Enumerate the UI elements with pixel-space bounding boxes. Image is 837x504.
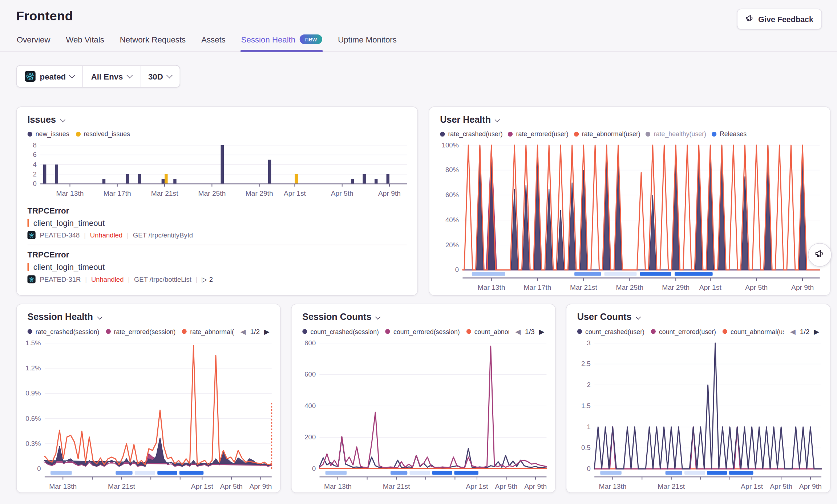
tab-web-vitals[interactable]: Web Vitals bbox=[65, 35, 105, 51]
tab-uptime-monitors[interactable]: Uptime Monitors bbox=[337, 35, 397, 51]
svg-text:Mar 25th: Mar 25th bbox=[198, 190, 226, 197]
svg-text:Apr 5th: Apr 5th bbox=[220, 483, 243, 490]
tab-overview[interactable]: Overview bbox=[16, 35, 51, 51]
session-counts-panel-title-dropdown[interactable]: Session Counts bbox=[302, 312, 380, 323]
series-dot bbox=[712, 131, 716, 136]
session-health-legend: rate_crashed(session) rate_errored(sessi… bbox=[28, 328, 270, 336]
svg-text:Mar 13th: Mar 13th bbox=[49, 483, 77, 490]
app-window: Frontend Give Feedback Overview Web Vita… bbox=[0, 0, 837, 504]
series-dot bbox=[508, 131, 513, 136]
svg-text:Mar 17th: Mar 17th bbox=[104, 190, 131, 197]
session-counts-chart: 0200400600800Mar 13thMar 21stApr 1stApr … bbox=[296, 336, 551, 492]
user-counts-panel-title-dropdown[interactable]: User Counts bbox=[577, 312, 640, 323]
legend-item-rate-healthy-user[interactable]: rate_healthy(user) bbox=[646, 130, 706, 138]
svg-text:Mar 21st: Mar 21st bbox=[570, 284, 597, 291]
legend-item-rate-abnormal-user[interactable]: rate_abnormal(user) bbox=[574, 130, 640, 138]
svg-text:Mar 13th: Mar 13th bbox=[478, 284, 505, 291]
svg-text:Mar 13th: Mar 13th bbox=[324, 483, 352, 490]
user-health-chart: 020%40%60%80%100%Mar 13thMar 17thMar 21s… bbox=[437, 138, 822, 293]
svg-text:Mar 29th: Mar 29th bbox=[246, 190, 273, 197]
project-selector[interactable]: peated bbox=[17, 66, 82, 87]
svg-text:Mar 21st: Mar 21st bbox=[383, 483, 410, 490]
svg-text:200: 200 bbox=[304, 433, 316, 441]
series-dot bbox=[302, 329, 307, 334]
legend-next-icon[interactable]: ▶ bbox=[264, 328, 270, 336]
legend-item-resolved-issues[interactable]: resolved_issues bbox=[76, 130, 130, 138]
legend-page-count: 1/2 bbox=[800, 328, 810, 336]
environment-selector[interactable]: All Envs bbox=[82, 66, 140, 87]
svg-text:1: 1 bbox=[587, 423, 591, 431]
svg-text:0.5: 0.5 bbox=[581, 444, 591, 451]
page-header: Frontend Give Feedback bbox=[0, 0, 837, 24]
error-level-bar bbox=[28, 263, 29, 271]
svg-text:Apr 5th: Apr 5th bbox=[745, 284, 768, 291]
legend-item-rate-errored-user[interactable]: rate_errored(user) bbox=[508, 130, 568, 138]
date-range-selector[interactable]: 30D bbox=[140, 66, 179, 87]
svg-text:Apr 9th: Apr 9th bbox=[799, 483, 822, 490]
play-icon: ▷ bbox=[202, 275, 207, 283]
series-dot bbox=[723, 329, 727, 334]
svg-text:60%: 60% bbox=[445, 191, 459, 199]
user-counts-chart: 00.511.522.53Mar 13thMar 21stApr 1stApr … bbox=[571, 336, 826, 492]
issue-short-id: PEATED-31R bbox=[40, 276, 81, 283]
legend-next-icon[interactable]: ▶ bbox=[814, 328, 819, 336]
replay-count[interactable]: ▷2 bbox=[202, 275, 213, 283]
page-title: Frontend bbox=[16, 9, 821, 24]
legend-prev-icon[interactable]: ◀ bbox=[515, 328, 521, 336]
series-dot bbox=[577, 329, 582, 334]
user-health-legend: rate_crashed(user) rate_errored(user) ra… bbox=[440, 130, 819, 138]
issue-row[interactable]: TRPCError client_login_timeout PEATED-34… bbox=[28, 201, 407, 245]
svg-text:600: 600 bbox=[304, 370, 316, 378]
legend-item-count-crashed-user[interactable]: count_crashed(user) bbox=[577, 328, 644, 335]
issue-type[interactable]: TRPCError bbox=[28, 206, 407, 215]
series-dot bbox=[466, 329, 471, 334]
megaphone-icon bbox=[815, 249, 825, 261]
legend-item-rate-crashed-session[interactable]: rate_crashed(session) bbox=[28, 328, 100, 335]
issue-row[interactable]: TRPCError client_login_timeout PEATED-31… bbox=[28, 245, 407, 289]
issues-panel-title-dropdown[interactable]: Issues bbox=[28, 114, 65, 125]
chevron-down-icon bbox=[376, 314, 381, 320]
user-health-panel-title-dropdown[interactable]: User Health bbox=[440, 114, 500, 125]
session-counts-legend: count_crashed(session) count_errored(ses… bbox=[302, 328, 544, 336]
svg-text:Apr 1st: Apr 1st bbox=[191, 483, 214, 490]
legend-item-new-issues[interactable]: new_issues bbox=[28, 130, 69, 138]
tab-network-requests[interactable]: Network Requests bbox=[119, 35, 186, 51]
chevron-down-icon bbox=[636, 314, 641, 320]
issue-type[interactable]: TRPCError bbox=[28, 250, 407, 259]
user-counts-panel: User Counts count_crashed(user) count_er… bbox=[566, 304, 831, 493]
tab-session-health[interactable]: Session Health new bbox=[240, 34, 323, 51]
legend-item-releases[interactable]: Releases bbox=[712, 130, 747, 138]
feedback-fab[interactable] bbox=[808, 243, 832, 267]
legend-item-count-errored-user[interactable]: count_errored(user) bbox=[651, 328, 716, 335]
tab-assets[interactable]: Assets bbox=[201, 35, 226, 51]
svg-text:4: 4 bbox=[33, 160, 36, 168]
svg-text:0.9%: 0.9% bbox=[25, 389, 41, 397]
series-dot bbox=[651, 329, 656, 334]
svg-text:Apr 9th: Apr 9th bbox=[791, 284, 814, 291]
svg-text:2: 2 bbox=[587, 381, 591, 389]
tab-bar: Overview Web Vitals Network Requests Ass… bbox=[0, 24, 837, 52]
legend-item-rate-crashed-user[interactable]: rate_crashed(user) bbox=[440, 130, 502, 138]
react-project-icon bbox=[28, 275, 36, 283]
svg-text:Apr 1st: Apr 1st bbox=[741, 483, 763, 490]
legend-pager: ◀ 1/2 ▶ bbox=[790, 328, 819, 336]
legend-item-count-abnormal-user[interactable]: count_abnormal(user) bbox=[723, 328, 784, 335]
user-health-panel: User Health rate_crashed(user) rate_erro… bbox=[429, 106, 830, 296]
legend-prev-icon[interactable]: ◀ bbox=[240, 328, 246, 336]
legend-item-count-errored-session[interactable]: count_errored(session) bbox=[385, 328, 460, 335]
legend-prev-icon[interactable]: ◀ bbox=[790, 328, 796, 336]
series-dot bbox=[28, 131, 32, 136]
chevron-down-icon bbox=[97, 314, 102, 320]
svg-text:Mar 25th: Mar 25th bbox=[616, 284, 643, 291]
unhandled-tag: Unhandled bbox=[91, 276, 124, 283]
legend-item-count-crashed-session[interactable]: count_crashed(session) bbox=[302, 328, 379, 335]
legend-item-count-abnormal-session[interactable]: count_abnormal(session) bbox=[466, 328, 509, 335]
session-health-panel-title-dropdown[interactable]: Session Health bbox=[28, 312, 102, 323]
session-health-panel: Session Health rate_crashed(session) rat… bbox=[16, 304, 281, 493]
legend-next-icon[interactable]: ▶ bbox=[539, 328, 545, 336]
svg-text:0: 0 bbox=[312, 465, 316, 472]
legend-item-rate-abnormal-session[interactable]: rate_abnormal(session) bbox=[182, 328, 234, 335]
legend-item-rate-errored-session[interactable]: rate_errored(session) bbox=[106, 328, 175, 335]
react-project-icon bbox=[28, 231, 36, 239]
give-feedback-button[interactable]: Give Feedback bbox=[737, 9, 822, 30]
